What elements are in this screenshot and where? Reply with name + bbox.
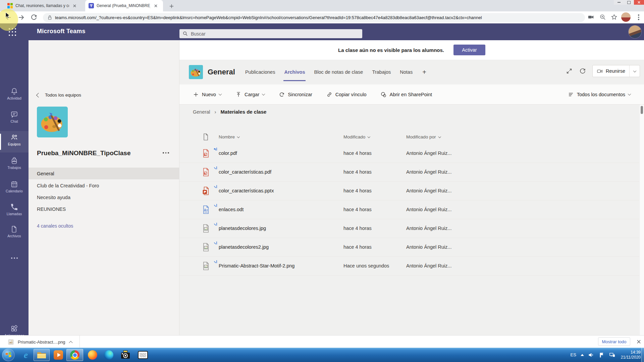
tab-camera-icon[interactable] — [588, 14, 595, 21]
table-row[interactable]: enlaces.odt hace 4 horas Antonio Ángel R… — [179, 200, 639, 219]
tab-bloc-de-notas[interactable]: Bloc de notas de clase — [314, 69, 363, 75]
forward-button[interactable] — [17, 14, 25, 21]
url-bar[interactable]: teams.microsoft.com/_?culture=es-es&coun… — [43, 13, 585, 22]
column-modificado[interactable]: Modificado — [343, 134, 370, 139]
add-tab-button[interactable]: + — [422, 68, 426, 76]
show-desktop-button[interactable] — [641, 348, 644, 362]
close-tab-icon[interactable] — [153, 3, 158, 8]
sidebar-item-calendario[interactable]: Calendario — [0, 178, 29, 199]
document-view-selector[interactable]: Todos los documentos — [568, 92, 631, 98]
internet-explorer-icon[interactable]: e — [19, 349, 32, 361]
new-tab-button[interactable] — [167, 2, 176, 10]
url-text: teams.microsoft.com/_?culture=es-es&coun… — [55, 15, 580, 20]
firefox-icon[interactable] — [86, 349, 99, 361]
sidebar-item-llamadas[interactable]: Llamadas — [0, 201, 29, 222]
tab-trabajos[interactable]: Trabajos — [372, 69, 391, 75]
show-all-downloads-button[interactable]: Mostrar todo — [598, 337, 630, 346]
refresh-button[interactable] — [30, 14, 38, 21]
language-indicator[interactable]: ES — [570, 352, 576, 357]
chrome-icon[interactable] — [66, 349, 83, 361]
app-launcher-icon[interactable] — [9, 28, 17, 36]
open-sharepoint-button[interactable]: Abrir en SharePoint — [380, 92, 432, 98]
tab-archivos[interactable]: Archivos — [284, 69, 305, 75]
new-button[interactable]: Nuevo — [193, 92, 221, 98]
channel-title: General — [208, 68, 235, 76]
table-row[interactable]: Prismatic-Abstract-Star-Motif-2.png Hace… — [179, 257, 639, 276]
media-player-icon[interactable] — [52, 349, 65, 361]
scrollbar[interactable] — [639, 105, 644, 337]
bookmark-star-icon[interactable] — [611, 14, 618, 21]
scrollbar-thumb[interactable] — [641, 106, 643, 114]
rail-more-icon[interactable] — [0, 257, 29, 259]
minimize-button[interactable] — [614, 0, 624, 5]
tab-notas[interactable]: Notas — [400, 69, 413, 75]
pdf-file-icon — [202, 168, 210, 177]
file-explorer-icon[interactable] — [34, 349, 50, 361]
browser-tab-teams[interactable]: General (Prueba_MiNONBRE_Tip — [85, 0, 163, 11]
action-center-flag-icon[interactable] — [599, 352, 605, 358]
taskbar-clock[interactable]: 14:39 21/11/2020 — [621, 350, 641, 360]
zoom-icon[interactable] — [599, 14, 607, 21]
team-menu-icon[interactable] — [163, 152, 169, 154]
close-download-bar-icon[interactable] — [635, 338, 642, 345]
download-bar: Prismatic-Abstract....png Mostrar todo — [0, 335, 644, 348]
user-avatar[interactable] — [629, 25, 641, 38]
screen-recorder-icon[interactable] — [118, 349, 133, 361]
table-header: Nombre Modificado Modificado por — [179, 133, 639, 143]
column-modificado-por[interactable]: Modificado por — [406, 134, 440, 139]
network-icon[interactable] — [609, 352, 615, 358]
meet-dropdown[interactable] — [629, 65, 640, 77]
lock-icon — [48, 15, 52, 20]
start-button[interactable] — [2, 349, 15, 361]
browser-menu-icon[interactable] — [635, 14, 642, 22]
sidebar-item-equipos[interactable]: Equipos — [0, 131, 29, 153]
close-tab-icon[interactable] — [72, 3, 77, 8]
column-nombre[interactable]: Nombre — [219, 134, 239, 139]
microsoft-logo-icon — [7, 3, 13, 8]
file-type-column-icon[interactable] — [203, 133, 209, 140]
channel-necesito-ayuda[interactable]: Necesito ayuda — [29, 191, 179, 203]
browser-profile-avatar[interactable] — [621, 12, 631, 22]
channel-general[interactable]: General — [29, 168, 179, 179]
team-avatar[interactable] — [37, 107, 68, 137]
image-file-icon — [8, 339, 14, 345]
list-view-icon — [568, 92, 574, 98]
edge-icon[interactable] — [102, 349, 115, 361]
table-row[interactable]: color_características.pdf hace 4 horas A… — [179, 163, 639, 182]
chat-icon — [10, 110, 18, 119]
upload-button[interactable]: Cargar — [235, 92, 265, 98]
app-title: Microsoft Teams — [37, 28, 86, 35]
shared-arrow-icon — [213, 166, 217, 170]
hidden-channels-link[interactable]: 4 canales ocultos — [37, 223, 73, 229]
meet-button[interactable]: Reunirse — [592, 65, 640, 77]
upload-icon — [235, 92, 241, 98]
chevron-up-icon[interactable] — [69, 341, 72, 345]
refresh-icon[interactable] — [579, 67, 586, 75]
maximize-button[interactable] — [624, 0, 634, 5]
close-window-button[interactable] — [634, 0, 644, 5]
expand-icon[interactable] — [566, 67, 573, 75]
table-row[interactable]: color.pdf hace 4 horas Antonio Ángel Rui… — [179, 144, 639, 163]
browser-tab-chat[interactable]: Chat, reuniones, llamadas y colab — [4, 0, 84, 11]
search-input[interactable] — [179, 29, 362, 38]
sidebar-item-trabajos[interactable]: Trabajos — [0, 155, 29, 176]
activate-button[interactable]: Activar — [453, 45, 485, 55]
copy-link-button[interactable]: Copiar vínculo — [326, 92, 367, 98]
sidebar-item-archivos[interactable]: Archivos — [0, 223, 29, 244]
channel-reuniones[interactable]: REUNIONES — [29, 203, 179, 215]
back-to-teams[interactable]: Todos los equipos — [37, 93, 81, 98]
sidebar-item-actividad[interactable]: Actividad — [0, 85, 29, 107]
snipping-tool-icon[interactable] — [136, 349, 150, 361]
download-item[interactable]: Prismatic-Abstract....png — [8, 338, 72, 346]
tab-publicaciones[interactable]: Publicaciones — [245, 69, 275, 75]
sidebar-item-chat[interactable]: Chat — [0, 108, 29, 130]
volume-icon[interactable] — [588, 352, 594, 358]
table-row[interactable]: planetasdecolores.jpg hace 4 horas Anton… — [179, 219, 639, 238]
channel-club-creatividad[interactable]: Club de la Creatividad - Foro — [29, 180, 179, 191]
tray-expand-icon[interactable] — [581, 354, 584, 356]
table-row[interactable]: color_características.pptx hace 4 horas … — [179, 182, 639, 200]
sync-button[interactable]: Sincronizar — [279, 92, 312, 98]
breadcrumb-general[interactable]: General — [193, 109, 210, 115]
table-row[interactable]: planetasdecolores2.jpg hace 4 horas Anto… — [179, 238, 639, 257]
window-controls — [614, 0, 644, 5]
